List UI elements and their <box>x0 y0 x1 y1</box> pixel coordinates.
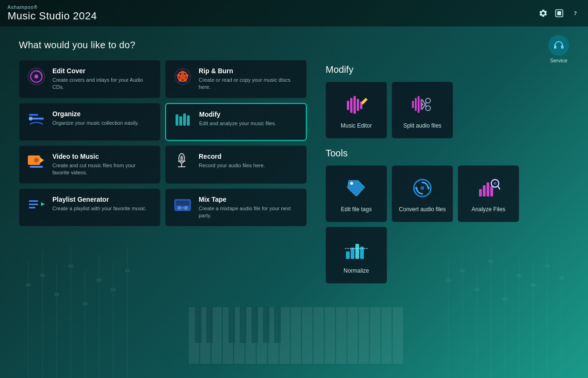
svg-rect-97 <box>561 45 563 49</box>
svg-rect-117 <box>479 189 482 197</box>
svg-marker-115 <box>415 186 417 190</box>
svg-point-81 <box>180 155 183 161</box>
card-rip-burn[interactable]: Rip & Burn Create or read or copy your m… <box>165 60 307 98</box>
video-to-music-name: Video to Music <box>52 153 152 160</box>
svg-point-94 <box>185 207 187 208</box>
convert-audio-icon <box>410 176 435 200</box>
card-record[interactable]: Record Record your audio files here. <box>165 146 307 184</box>
tool-edit-tags[interactable]: Edit file tags <box>326 165 387 222</box>
svg-rect-119 <box>487 182 489 197</box>
modify-icon <box>174 111 193 129</box>
svg-rect-85 <box>29 200 38 202</box>
service-label: Service <box>550 58 568 63</box>
svg-rect-1 <box>557 11 561 15</box>
svg-rect-101 <box>357 99 359 111</box>
normalize-label: Normalize <box>344 267 369 275</box>
svg-rect-99 <box>350 98 353 113</box>
edit-cover-text: Edit Cover Create covers and inlays for … <box>52 67 152 91</box>
card-mixtape[interactable]: Mix Tape Create a mixtape audio file for… <box>165 189 307 227</box>
modify-section-title: Modify <box>326 64 569 75</box>
tool-convert-audio[interactable]: Convert audio files <box>392 165 453 222</box>
rip-burn-desc: Create or read or copy your music discs … <box>199 77 299 91</box>
card-playlist[interactable]: Playlist Generator Create a playlist wit… <box>19 189 160 227</box>
service-headphone-icon <box>548 35 569 56</box>
svg-rect-25 <box>257 307 267 364</box>
section-title: What would you like to do? <box>19 40 307 51</box>
svg-rect-72 <box>176 114 178 126</box>
svg-rect-70 <box>29 114 38 116</box>
right-panel: Service Modify <box>326 40 569 284</box>
tool-normalize[interactable]: Normalize <box>326 227 387 284</box>
svg-rect-42 <box>252 307 258 343</box>
svg-rect-98 <box>347 101 349 110</box>
svg-point-112 <box>350 182 353 185</box>
mixtape-icon <box>173 196 192 215</box>
analyze-icon <box>476 176 501 200</box>
card-edit-cover[interactable]: Edit Cover Create covers and inlays for … <box>19 60 160 98</box>
svg-rect-43 <box>263 307 269 343</box>
split-audio-label: Split audio files <box>403 122 442 130</box>
modify-desc: Edit and analyze your music files. <box>199 120 276 127</box>
analyze-label: Analyze Files <box>471 206 505 214</box>
record-desc: Record your audio files here. <box>199 162 265 169</box>
tool-split-audio[interactable]: Split audio files <box>392 82 453 138</box>
svg-rect-125 <box>351 248 354 259</box>
organize-name: Organize <box>52 110 139 118</box>
normalize-grid: Normalize <box>326 227 569 284</box>
music-editor-label: Music Editor <box>341 122 372 130</box>
app-brand: Ashampoo® <box>8 5 97 10</box>
tools-grid: Edit file tags Convert audio files <box>326 165 569 222</box>
music-editor-icon <box>344 92 369 117</box>
svg-rect-44 <box>274 307 281 343</box>
tool-music-editor[interactable]: Music Editor <box>326 82 387 138</box>
window-icon[interactable] <box>554 8 564 18</box>
rip-burn-icon <box>173 67 192 86</box>
video-to-music-desc: Create and cut music files from your fav… <box>52 162 152 177</box>
svg-rect-104 <box>415 98 417 111</box>
svg-rect-23 <box>234 307 244 364</box>
svg-rect-27 <box>279 307 290 364</box>
edit-cover-desc: Create covers and inlays for your Audio … <box>52 77 152 91</box>
settings-icon[interactable] <box>538 8 548 18</box>
split-audio-icon <box>410 92 435 117</box>
svg-rect-87 <box>29 207 35 208</box>
playlist-icon <box>27 196 46 215</box>
record-name: Record <box>199 153 265 160</box>
titlebar-icons: ? <box>538 8 580 18</box>
svg-rect-118 <box>483 185 486 197</box>
card-video-to-music[interactable]: Video to Music Create and cut music file… <box>19 146 160 184</box>
svg-rect-103 <box>412 101 414 108</box>
svg-rect-33 <box>347 307 358 364</box>
playlist-text: Playlist Generator Create a playlist wit… <box>52 196 147 212</box>
card-modify[interactable]: Modify Edit and analyze your music files… <box>165 103 307 141</box>
mixtape-text: Mix Tape Create a mixtape audio file for… <box>199 196 299 220</box>
svg-rect-74 <box>183 113 186 126</box>
left-panel: What would you like to do? Edit Cover Cr… <box>19 40 307 284</box>
svg-rect-20 <box>200 307 210 364</box>
svg-rect-22 <box>223 307 233 364</box>
svg-rect-90 <box>176 201 189 206</box>
modify-name: Modify <box>199 111 276 118</box>
mixtape-desc: Create a mixtape audio file for your nex… <box>199 205 299 220</box>
svg-rect-19 <box>189 307 199 364</box>
svg-rect-40 <box>228 307 235 343</box>
svg-rect-26 <box>268 307 278 364</box>
svg-rect-31 <box>325 307 335 364</box>
svg-rect-29 <box>302 307 312 364</box>
svg-text:?: ? <box>574 9 577 17</box>
service-button[interactable]: Service <box>548 35 569 63</box>
record-text: Record Record your audio files here. <box>199 153 265 169</box>
help-icon[interactable]: ? <box>570 8 580 18</box>
svg-rect-39 <box>206 307 213 343</box>
edit-cover-name: Edit Cover <box>52 67 152 75</box>
card-organize[interactable]: Organize Organize your music collection … <box>19 103 160 141</box>
svg-rect-30 <box>313 307 324 364</box>
svg-rect-105 <box>418 96 420 113</box>
rip-burn-name: Rip & Burn <box>199 67 299 75</box>
svg-rect-38 <box>195 307 202 343</box>
organize-icon <box>27 110 46 129</box>
edit-tags-icon <box>344 176 369 200</box>
svg-point-71 <box>29 117 33 120</box>
convert-audio-label: Convert audio files <box>399 206 445 214</box>
tool-analyze[interactable]: Analyze Files <box>458 165 519 222</box>
